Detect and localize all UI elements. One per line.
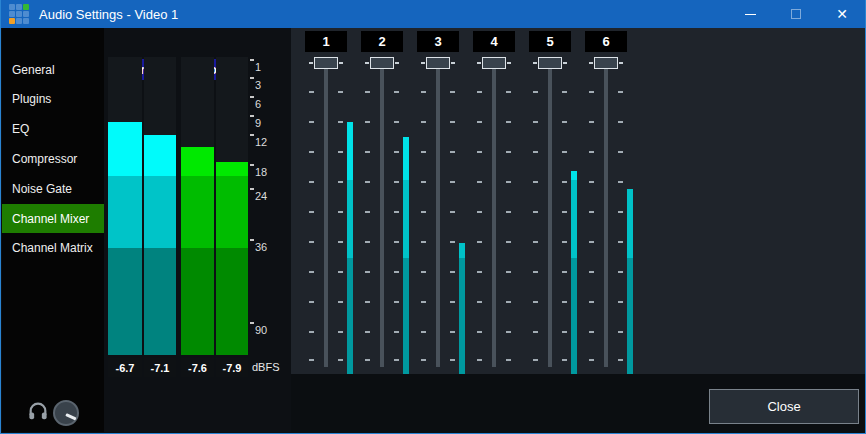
fader-tick [421, 331, 426, 333]
meter-level-segment [216, 162, 248, 176]
channel-header-4: 4 [473, 31, 515, 52]
fader-tick [309, 331, 314, 333]
audio-settings-window: Audio Settings - Video 1 ✕ GeneralPlugin… [0, 0, 866, 434]
fader-tick [450, 359, 455, 361]
fader-tick [589, 151, 594, 153]
sidebar-item-general[interactable]: General [2, 55, 104, 84]
fader-tick [506, 301, 511, 303]
channel-header-1: 1 [305, 31, 347, 52]
channel-fader-track-3[interactable] [436, 62, 440, 367]
channel-fader-track-5[interactable] [548, 62, 552, 367]
maximize-icon [791, 9, 801, 19]
fader-tick [562, 301, 567, 303]
fader-tick [562, 121, 567, 123]
fader-handle-dash [309, 62, 313, 64]
fader-tick [506, 271, 511, 273]
scale-tick-label: 6 [255, 97, 261, 111]
channel-level-meter-6 [627, 189, 633, 258]
channel-level-meter-1 [347, 180, 353, 258]
fader-tick [618, 211, 623, 213]
fader-tick [618, 301, 623, 303]
fader-tick [309, 301, 314, 303]
sidebar-item-eq[interactable]: EQ [2, 115, 104, 144]
close-dialog-button[interactable]: Close [709, 389, 859, 424]
scale-tick-mark [250, 115, 254, 117]
meter-db-readout: -6.7 [108, 358, 142, 377]
fader-tick [533, 301, 538, 303]
fader-tick [309, 181, 314, 183]
fader-handle-dash [421, 62, 425, 64]
fader-tick [533, 241, 538, 243]
sidebar-item-noise-gate[interactable]: Noise Gate [2, 174, 104, 203]
fader-tick [533, 331, 538, 333]
sidebar-item-channel-matrix[interactable]: Channel Matrix [2, 234, 104, 263]
fader-tick [533, 151, 538, 153]
sidebar-item-plugins[interactable]: Plugins [2, 85, 104, 114]
fader-tick [450, 331, 455, 333]
fader-tick [338, 241, 343, 243]
fader-tick [589, 359, 594, 361]
fader-tick [589, 121, 594, 123]
fader-tick [394, 121, 399, 123]
channel-fader-handle-6[interactable] [594, 57, 618, 69]
fader-handle-dash [619, 62, 623, 64]
channel-level-meter-3 [459, 243, 465, 258]
fader-tick [450, 211, 455, 213]
minimize-button[interactable] [727, 0, 773, 28]
channel-fader-handle-1[interactable] [314, 57, 338, 69]
scale-tick-mark [250, 239, 254, 241]
minimize-icon [745, 14, 756, 15]
meter-db-readout: -7.1 [144, 358, 176, 377]
fader-tick [562, 151, 567, 153]
maximize-button[interactable] [773, 0, 819, 28]
fader-handle-dash [365, 62, 369, 64]
fader-tick [589, 181, 594, 183]
channel-header-5: 5 [529, 31, 571, 52]
headphones-icon[interactable] [27, 400, 49, 422]
pre-meter-bar [144, 57, 176, 355]
scale-tick-label: 18 [255, 165, 267, 179]
fader-tick [450, 241, 455, 243]
vmix-logo-icon [9, 4, 30, 25]
fader-tick [394, 331, 399, 333]
fader-tick [365, 151, 370, 153]
fader-tick [338, 121, 343, 123]
fader-handle-dash [563, 62, 567, 64]
channel-header-2: 2 [361, 31, 403, 52]
channel-fader-track-1[interactable] [324, 62, 328, 367]
fader-tick [533, 91, 538, 93]
fader-tick [533, 271, 538, 273]
close-window-button[interactable]: ✕ [819, 0, 865, 28]
sidebar-item-channel-mixer[interactable]: Channel Mixer [2, 204, 104, 233]
channel-fader-track-6[interactable] [604, 62, 608, 367]
window-controls: ✕ [727, 0, 865, 28]
fader-tick [618, 359, 623, 361]
fader-tick [562, 359, 567, 361]
fader-tick [589, 91, 594, 93]
fader-tick [562, 211, 567, 213]
headphones-volume-knob[interactable] [53, 400, 79, 426]
fader-tick [589, 241, 594, 243]
channel-level-meter-1 [347, 258, 353, 374]
channel-fader-track-4[interactable] [492, 62, 496, 367]
fader-tick [365, 91, 370, 93]
fader-tick [562, 91, 567, 93]
channel-fader-handle-2[interactable] [370, 57, 394, 69]
channel-fader-handle-4[interactable] [482, 57, 506, 69]
fader-tick [338, 151, 343, 153]
fader-tick [506, 91, 511, 93]
scale-tick-mark [250, 322, 254, 324]
fader-tick [394, 241, 399, 243]
fader-tick [589, 271, 594, 273]
meter-level-segment [108, 248, 142, 355]
channel-fader-handle-5[interactable] [538, 57, 562, 69]
channel-fader-track-2[interactable] [380, 62, 384, 367]
sidebar-item-compressor[interactable]: Compressor [2, 144, 104, 173]
meter-level-segment [108, 176, 142, 248]
channel-level-meter-5 [571, 258, 577, 374]
fader-tick [338, 301, 343, 303]
fader-tick [562, 271, 567, 273]
channel-level-meter-3 [459, 258, 465, 374]
fader-tick [309, 211, 314, 213]
channel-fader-handle-3[interactable] [426, 57, 450, 69]
